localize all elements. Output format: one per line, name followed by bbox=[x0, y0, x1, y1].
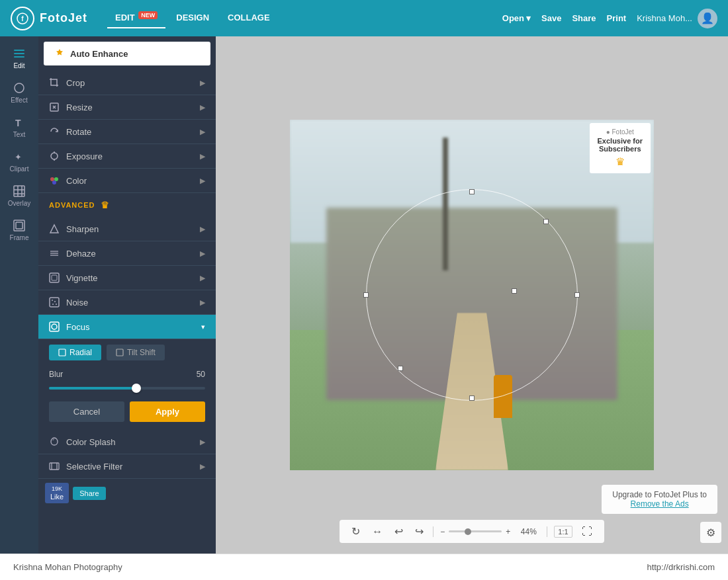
share-button[interactable]: Share bbox=[572, 13, 596, 23]
badge-crown-icon: ♛ bbox=[598, 155, 643, 168]
rotate-arrow: ▶ bbox=[200, 128, 205, 136]
menu-color-splash[interactable]: Color Splash ▶ bbox=[38, 430, 216, 454]
svg-rect-4 bbox=[14, 56, 24, 58]
save-button[interactable]: Save bbox=[541, 13, 561, 23]
svg-point-18 bbox=[51, 153, 58, 159]
svg-rect-3 bbox=[14, 53, 24, 54]
redo-button[interactable]: ↪ bbox=[412, 524, 426, 539]
settings-button[interactable]: ⚙ bbox=[700, 522, 721, 543]
bottom-toolbar: ↻ ↔ ↩ ↪ − + 44% 1:1 ⛶ bbox=[340, 520, 604, 543]
print-button[interactable]: Print bbox=[607, 13, 627, 23]
focus-handle-top[interactable] bbox=[469, 189, 475, 194]
sidebar-item-frame[interactable]: Frame bbox=[0, 214, 38, 247]
cancel-button[interactable]: Cancel bbox=[49, 401, 124, 422]
resize-arrow: ▶ bbox=[200, 103, 205, 112]
svg-rect-37 bbox=[59, 349, 66, 356]
topbar: f FotoJet EDIT NEW DESIGN COLLAGE Open ▾… bbox=[0, 0, 728, 36]
menu-vignette[interactable]: Vignette ▶ bbox=[38, 266, 216, 290]
svg-rect-35 bbox=[50, 322, 59, 331]
crown-icon: ♛ bbox=[101, 200, 110, 210]
menu-noise[interactable]: Noise ▶ bbox=[38, 290, 216, 315]
svg-point-36 bbox=[52, 324, 57, 329]
footer-right: http://drkrishi.com bbox=[647, 562, 715, 572]
focus-handle-tr[interactable] bbox=[543, 219, 549, 224]
ratio-button[interactable]: 1:1 bbox=[554, 526, 572, 538]
nav-design[interactable]: DESIGN bbox=[168, 9, 217, 28]
blur-slider[interactable] bbox=[38, 383, 216, 396]
undo-button[interactable]: ↩ bbox=[392, 524, 406, 539]
focus-handle-left[interactable] bbox=[363, 292, 369, 298]
photo: ● FotoJet Exclusive for Subscribers ♛ bbox=[290, 120, 654, 470]
upgrade-notice: Upgrade to FotoJet Plus to Remove the Ad… bbox=[602, 485, 717, 514]
focus-arrow: ▾ bbox=[201, 323, 205, 331]
refresh-button[interactable]: ↻ bbox=[349, 524, 363, 539]
radial-tab[interactable]: Radial bbox=[49, 345, 101, 360]
focus-tabs: Radial Tilt Shift bbox=[38, 339, 216, 366]
focus-handle-right[interactable] bbox=[574, 292, 580, 298]
svg-rect-39 bbox=[50, 463, 59, 470]
svg-point-32 bbox=[54, 301, 56, 302]
dehaze-arrow: ▶ bbox=[200, 249, 205, 258]
sharpen-arrow: ▶ bbox=[200, 225, 205, 233]
svg-rect-8 bbox=[14, 186, 24, 196]
zoom-percent: 44% bbox=[517, 527, 540, 536]
sidebar-item-overlay[interactable]: Overlay bbox=[0, 179, 38, 212]
advanced-header: ADVANCED ♛ bbox=[38, 193, 216, 217]
menu-exposure[interactable]: Exposure ▶ bbox=[38, 144, 216, 169]
blur-row: Blur 50 bbox=[38, 366, 216, 383]
nav-collage[interactable]: COLLAGE bbox=[220, 9, 278, 28]
svg-point-23 bbox=[52, 181, 56, 185]
user-menu[interactable]: Krishna Moh... 👤 bbox=[637, 9, 717, 28]
crop-arrow: ▶ bbox=[200, 79, 205, 87]
menu-selective-filter[interactable]: Selective Filter ▶ bbox=[38, 454, 216, 479]
zoom-track[interactable] bbox=[449, 530, 502, 532]
selective-filter-arrow: ▶ bbox=[200, 462, 205, 471]
menu-focus[interactable]: Focus ▾ bbox=[38, 315, 216, 339]
fullscreen-button[interactable]: ⛶ bbox=[579, 524, 595, 539]
focus-handle-center[interactable] bbox=[512, 288, 517, 294]
svg-point-21 bbox=[50, 177, 54, 181]
top-actions: Open ▾ Save Share Print Krishna Moh... 👤 bbox=[502, 9, 717, 28]
sidebar-item-text[interactable]: T Text bbox=[0, 110, 38, 144]
svg-rect-29 bbox=[52, 275, 57, 280]
sidebar-item-clipart[interactable]: ✦ Clipart bbox=[0, 145, 38, 178]
subscriber-badge: ● FotoJet Exclusive for Subscribers ♛ bbox=[590, 123, 651, 173]
like-button[interactable]: 19K Like bbox=[45, 483, 69, 503]
compare-button[interactable]: ↔ bbox=[369, 524, 385, 539]
svg-rect-30 bbox=[50, 298, 59, 307]
sidebar-item-edit[interactable]: Edit bbox=[0, 42, 38, 75]
auto-enhance-button[interactable]: Auto Enhance bbox=[44, 42, 210, 65]
menu-dehaze[interactable]: Dehaze ▶ bbox=[38, 241, 216, 266]
image-container: ● FotoJet Exclusive for Subscribers ♛ bbox=[290, 120, 654, 470]
tilt-shift-tab[interactable]: Tilt Shift bbox=[107, 345, 165, 360]
nav-edit[interactable]: EDIT NEW bbox=[107, 8, 165, 28]
svg-rect-28 bbox=[50, 273, 59, 282]
sidebar-item-effect[interactable]: Effect bbox=[0, 76, 38, 109]
nav-items: EDIT NEW DESIGN COLLAGE bbox=[107, 8, 278, 28]
svg-text:✦: ✦ bbox=[15, 152, 22, 162]
canvas-area: ● FotoJet Exclusive for Subscribers ♛ ↻ … bbox=[216, 36, 728, 554]
svg-text:T: T bbox=[15, 118, 21, 128]
menu-crop[interactable]: Crop ▶ bbox=[38, 71, 216, 95]
menu-resize[interactable]: Resize ▶ bbox=[38, 95, 216, 120]
sidebar-icons: Edit Effect T Text ✦ Clipart Overlay Fra… bbox=[0, 36, 38, 554]
svg-point-31 bbox=[52, 300, 53, 301]
svg-rect-38 bbox=[116, 349, 123, 356]
focus-handle-bl[interactable] bbox=[398, 366, 403, 371]
social-bar: 19K Like Share bbox=[38, 479, 216, 507]
main-content: Edit Effect T Text ✦ Clipart Overlay Fra… bbox=[0, 36, 728, 554]
logo-icon: f bbox=[11, 7, 34, 30]
menu-rotate[interactable]: Rotate ▶ bbox=[38, 120, 216, 144]
svg-point-22 bbox=[54, 177, 58, 181]
open-button[interactable]: Open ▾ bbox=[502, 13, 531, 23]
apply-button[interactable]: Apply bbox=[130, 401, 205, 422]
focus-actions: Cancel Apply bbox=[38, 396, 216, 430]
menu-sharpen[interactable]: Sharpen ▶ bbox=[38, 217, 216, 241]
footer-left: Krishna Mohan Photography bbox=[13, 562, 122, 572]
share-button[interactable]: Share bbox=[73, 487, 105, 500]
menu-color[interactable]: Color ▶ bbox=[38, 169, 216, 193]
footer: Krishna Mohan Photography http://drkrish… bbox=[0, 554, 728, 580]
focus-handle-bottom[interactable] bbox=[469, 395, 475, 401]
remove-ads-link[interactable]: Remove the Ads bbox=[612, 499, 707, 509]
svg-point-33 bbox=[52, 304, 54, 305]
